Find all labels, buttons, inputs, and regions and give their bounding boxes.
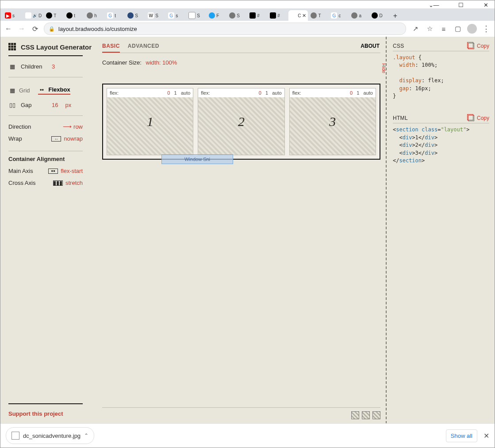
pattern-swatch[interactable] — [372, 411, 380, 419]
preview-cell[interactable]: flex:0 1 auto2 — [198, 88, 284, 155]
browser-tab[interactable]: t — [65, 10, 84, 21]
browser-tab[interactable]: # — [268, 10, 288, 21]
tab-label: D — [38, 13, 42, 18]
browser-tab[interactable]: S — [187, 10, 206, 21]
tab-label: h — [94, 13, 97, 18]
profile-avatar[interactable] — [467, 24, 477, 34]
browser-tab[interactable]: T — [309, 10, 328, 21]
copy-label: Copy — [477, 115, 489, 121]
download-item[interactable]: dc_sonicadventure.jpg ⌃ — [6, 427, 94, 444]
direction-control[interactable]: Direction ⟶ row — [8, 120, 83, 133]
file-icon — [12, 432, 19, 440]
tab-label: t — [74, 13, 75, 18]
container-size-row[interactable]: Container Size: width: 100% — [102, 59, 380, 66]
favicon: G — [331, 12, 337, 19]
browser-tab[interactable]: D — [370, 10, 389, 21]
close-tab-icon[interactable]: ✕ — [302, 13, 306, 19]
gap-control[interactable]: ▯▯ Gap 16 px — [8, 99, 96, 111]
downloads-shelf: dc_sonicadventure.jpg ⌃ Show all ✕ — [0, 423, 495, 448]
favicon: ▶ — [5, 12, 11, 19]
pattern-swatch[interactable] — [362, 411, 370, 419]
pattern-swatch[interactable] — [351, 411, 359, 419]
side-panel-icon[interactable]: ▢ — [453, 24, 463, 34]
main-tabs: BASIC ADVANCED — [102, 43, 380, 53]
children-control[interactable]: ▦ Children 3 — [8, 61, 96, 73]
favicon: G — [107, 12, 113, 19]
divider — [8, 55, 83, 56]
window-maximize[interactable]: ☐ — [455, 1, 467, 9]
nav-back-icon[interactable]: ← — [4, 24, 13, 33]
browser-tab[interactable]: WS — [146, 10, 165, 21]
favicon — [127, 12, 134, 19]
support-link[interactable]: Support this project — [8, 410, 63, 417]
tab-label: s — [176, 13, 178, 18]
browser-tab[interactable]: Gs — [166, 10, 186, 21]
window-minimize[interactable]: — — [430, 1, 442, 9]
window-close[interactable]: ✕ — [480, 1, 492, 9]
browser-toolbar: ← → ⟳ 🔒 layout.bradwoods.io/customize ↗ … — [0, 21, 495, 37]
gap-label: Gap — [21, 102, 47, 108]
chevron-up-icon[interactable]: ⌃ — [84, 433, 88, 439]
browser-tab[interactable]: ▶s — [3, 10, 23, 21]
mode-grid[interactable]: ▦ Grid — [8, 87, 30, 94]
copy-css-button[interactable]: Copy — [468, 43, 489, 49]
tab-label: D — [379, 13, 382, 18]
browser-tab[interactable]: Gt — [105, 10, 125, 21]
wrap-icon: ∙∙ — [51, 136, 61, 142]
bookmark-star-icon[interactable]: ☆ — [425, 24, 434, 34]
preview-cell[interactable]: flex:0 1 auto1 — [107, 88, 193, 155]
favicon — [311, 12, 317, 19]
browser-tab[interactable]: Gc — [329, 10, 349, 21]
show-all-downloads[interactable]: Show all — [446, 429, 477, 442]
cell-number: 3 — [290, 88, 376, 155]
wrap-control[interactable]: Wrap ∙∙ nowrap — [8, 133, 83, 145]
browser-tab[interactable]: F — [207, 10, 226, 21]
close-shelf-button[interactable]: ✕ — [483, 432, 489, 440]
browser-tab[interactable]: 🔊D — [23, 10, 43, 21]
favicon: W — [148, 12, 154, 19]
mode-flexbox[interactable]: •• Flexbox — [38, 86, 70, 95]
wrap-value: nowrap — [64, 135, 83, 142]
tab-label: a — [359, 13, 361, 18]
gap-unit[interactable]: px — [65, 102, 71, 108]
chrome-menu-icon[interactable]: ⋮ — [481, 24, 491, 34]
reading-list-icon[interactable]: ≡ — [439, 24, 449, 34]
cross-axis-label: Cross Axis — [8, 180, 35, 186]
about-link[interactable]: ABOUT — [361, 43, 380, 49]
copy-html-button[interactable]: Copy — [468, 115, 489, 121]
children-label: Children — [21, 63, 47, 70]
nav-reload-icon[interactable]: ⟳ — [31, 24, 39, 33]
preview-cell[interactable]: flex:0 1 auto3 — [289, 88, 376, 155]
gap-value: 16 — [52, 102, 58, 108]
address-bar[interactable]: 🔒 layout.bradwoods.io/customize — [44, 23, 406, 35]
hide-panel-button[interactable]: Hide — [381, 63, 387, 73]
browser-tab[interactable]: h — [85, 10, 104, 21]
grid-icon: ▦ — [8, 88, 16, 94]
download-filename: dc_sonicadventure.jpg — [23, 433, 81, 439]
new-tab-button[interactable]: + — [390, 11, 400, 21]
cross-axis-control[interactable]: Cross Axis ▮▮▮ stretch — [8, 177, 83, 189]
app-title: CSS Layout Generator — [21, 43, 92, 51]
browser-tab[interactable]: # — [248, 10, 267, 21]
browser-tab[interactable]: C✕ — [288, 10, 308, 21]
browser-tab[interactable]: S — [126, 10, 145, 21]
tab-label: S — [135, 13, 138, 18]
window-snip-overlay: Window Sni — [161, 154, 233, 164]
favicon — [229, 12, 235, 19]
favicon — [188, 12, 196, 19]
direction-label: Direction — [8, 123, 31, 130]
tab-basic[interactable]: BASIC — [102, 43, 120, 53]
browser-tab[interactable]: T — [44, 10, 64, 21]
main-axis-control[interactable]: Main Axis ▪▪ flex-start — [8, 165, 83, 177]
layout-mode-switch: ▦ Grid •• Flexbox — [8, 86, 96, 95]
divider — [8, 115, 83, 116]
css-title: CSS — [393, 43, 404, 49]
favicon — [290, 12, 296, 19]
favicon: G — [168, 12, 174, 19]
tab-advanced[interactable]: ADVANCED — [128, 43, 159, 53]
browser-tab[interactable]: a — [349, 10, 369, 21]
flexbox-icon: •• — [38, 87, 46, 93]
share-icon[interactable]: ↗ — [411, 24, 420, 34]
layout-preview: flex:0 1 auto1flex:0 1 auto2flex:0 1 aut… — [102, 84, 380, 160]
browser-tab[interactable]: S — [227, 10, 247, 21]
